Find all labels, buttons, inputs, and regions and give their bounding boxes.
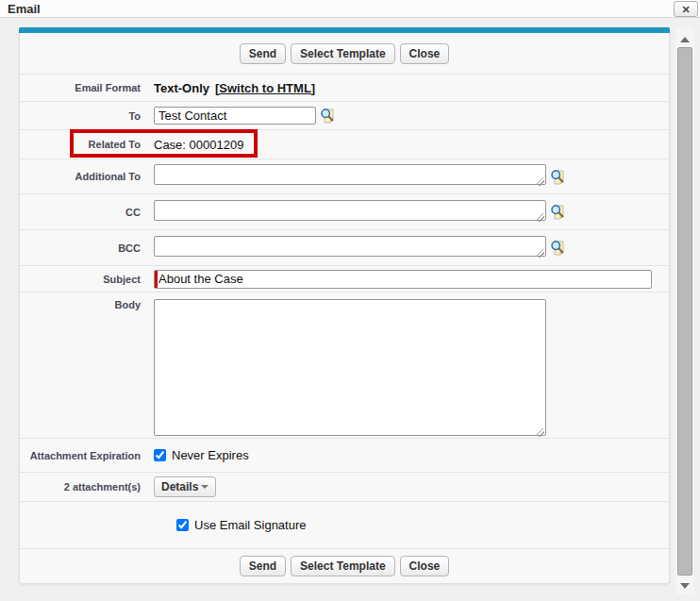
lookup-icon [550, 169, 566, 185]
switch-to-html-link[interactable]: [Switch to HTML] [215, 81, 315, 95]
dialog-close-button[interactable]: ✕ [674, 1, 698, 17]
close-icon: ✕ [681, 4, 690, 15]
lookup-icon [320, 108, 336, 124]
row-email-format: Email Format Text-Only [Switch to HTML] [20, 75, 669, 102]
lookup-icon [550, 204, 566, 220]
attachments-count-label: 2 attachment(s) [20, 481, 141, 492]
email-dialog-page: Email ✕ Send Select Template Close Email… [0, 0, 700, 601]
email-format-value: Text-Only [154, 81, 209, 95]
related-to-value: Case: 00001209 [154, 138, 243, 152]
row-email-signature: Use Email Signature [20, 502, 669, 549]
close-button-top[interactable]: Close [400, 43, 450, 64]
never-expires-label: Never Expires [172, 448, 249, 462]
scroll-down-icon[interactable] [680, 583, 690, 589]
attachment-expiration-label: Attachment Expiration [20, 450, 141, 461]
bcc-input[interactable] [154, 236, 546, 257]
cc-label: CC [20, 207, 141, 218]
to-lookup-button[interactable] [320, 108, 337, 125]
scrollbar-thumb[interactable] [677, 47, 692, 576]
cc-input[interactable] [154, 200, 546, 221]
details-button-label: Details [161, 480, 198, 493]
details-button[interactable]: Details [154, 476, 216, 497]
row-bcc: BCC [20, 230, 669, 266]
dialog-title: Email [8, 2, 41, 16]
to-input[interactable] [154, 107, 316, 125]
row-attachments: 2 attachment(s) Details [20, 473, 669, 502]
use-email-signature-checkbox[interactable] [176, 519, 189, 531]
dialog-titlebar: Email ✕ [0, 0, 700, 18]
close-button-bottom[interactable]: Close [400, 556, 450, 576]
subject-input[interactable] [154, 270, 652, 289]
bcc-label: BCC [20, 242, 141, 254]
row-additional-to: Additional To [20, 159, 669, 194]
additional-to-lookup-button[interactable] [550, 168, 567, 185]
body-textarea[interactable] [154, 299, 546, 436]
scroll-up-icon[interactable] [680, 37, 690, 42]
send-button-top[interactable]: Send [240, 43, 286, 64]
email-format-label: Email Format [20, 82, 141, 93]
row-attachment-expiration: Attachment Expiration Never Expires [20, 439, 669, 473]
email-compose-modal: Send Select Template Close Email Format … [19, 27, 670, 584]
cc-lookup-button[interactable] [550, 204, 567, 221]
bcc-lookup-button[interactable] [550, 240, 567, 257]
additional-to-label: Additional To [20, 171, 141, 182]
email-form: Send Select Template Close Email Format … [20, 33, 669, 583]
select-template-button-top[interactable]: Select Template [291, 43, 394, 64]
row-body: Body [20, 292, 669, 439]
scrollbar [675, 28, 694, 594]
bottom-button-bar: Send Select Template Close [20, 549, 669, 583]
use-email-signature-label: Use Email Signature [194, 518, 307, 532]
related-to-label: Related To [20, 139, 141, 150]
lookup-icon [550, 240, 566, 256]
send-button-bottom[interactable]: Send [240, 556, 286, 576]
select-template-button-bottom[interactable]: Select Template [291, 556, 394, 576]
row-subject: Subject [20, 266, 669, 292]
chevron-down-icon [201, 485, 208, 489]
row-to: To [20, 102, 669, 130]
subject-label: Subject [20, 274, 141, 285]
top-button-bar: Send Select Template Close [20, 33, 669, 75]
body-label: Body [20, 299, 141, 310]
to-label: To [20, 110, 141, 122]
never-expires-checkbox[interactable] [154, 449, 166, 461]
additional-to-input[interactable] [154, 164, 546, 185]
row-cc: CC [20, 194, 669, 230]
row-related-to: Related To Case: 00001209 [20, 130, 669, 159]
